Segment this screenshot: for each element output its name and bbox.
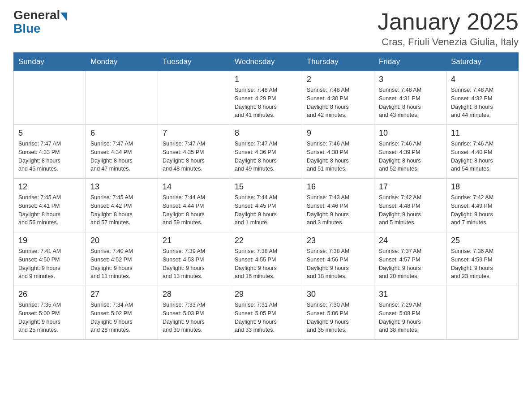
day-number: 26: [18, 290, 81, 299]
day-info: Sunrise: 7:38 AM Sunset: 4:55 PM Dayligh…: [235, 247, 297, 281]
day-info: Sunrise: 7:37 AM Sunset: 4:57 PM Dayligh…: [379, 247, 442, 281]
calendar-cell: 25Sunrise: 7:36 AM Sunset: 4:59 PM Dayli…: [446, 232, 518, 286]
calendar-table: SundayMondayTuesdayWednesdayThursdayFrid…: [13, 52, 519, 340]
calendar-cell: [86, 71, 158, 125]
day-number: 12: [18, 182, 81, 192]
calendar-title: January 2025: [378, 9, 519, 34]
day-info: Sunrise: 7:39 AM Sunset: 4:53 PM Dayligh…: [163, 247, 225, 281]
calendar-cell: 5Sunrise: 7:47 AM Sunset: 4:33 PM Daylig…: [14, 125, 86, 179]
day-info: Sunrise: 7:44 AM Sunset: 4:44 PM Dayligh…: [163, 193, 225, 227]
day-info: Sunrise: 7:30 AM Sunset: 5:06 PM Dayligh…: [307, 301, 369, 334]
day-info: Sunrise: 7:40 AM Sunset: 4:52 PM Dayligh…: [90, 247, 153, 281]
calendar-cell: 31Sunrise: 7:29 AM Sunset: 5:08 PM Dayli…: [374, 286, 446, 340]
calendar-cell: 10Sunrise: 7:46 AM Sunset: 4:39 PM Dayli…: [374, 125, 446, 179]
calendar-cell: 16Sunrise: 7:43 AM Sunset: 4:46 PM Dayli…: [302, 179, 374, 232]
day-number: 4: [451, 75, 514, 84]
header-saturday: Saturday: [446, 53, 518, 71]
day-info: Sunrise: 7:48 AM Sunset: 4:31 PM Dayligh…: [379, 86, 442, 120]
day-number: 5: [18, 128, 81, 138]
day-number: 16: [307, 182, 369, 192]
calendar-cell: 6Sunrise: 7:47 AM Sunset: 4:34 PM Daylig…: [86, 125, 158, 179]
calendar-cell: 13Sunrise: 7:45 AM Sunset: 4:42 PM Dayli…: [86, 179, 158, 232]
calendar-cell: 1Sunrise: 7:48 AM Sunset: 4:29 PM Daylig…: [230, 71, 302, 125]
calendar-cell: [158, 71, 230, 125]
calendar-cell: 15Sunrise: 7:44 AM Sunset: 4:45 PM Dayli…: [230, 179, 302, 232]
calendar-cell: 2Sunrise: 7:48 AM Sunset: 4:30 PM Daylig…: [302, 71, 374, 125]
calendar-cell: 21Sunrise: 7:39 AM Sunset: 4:53 PM Dayli…: [158, 232, 230, 286]
calendar-cell: 19Sunrise: 7:41 AM Sunset: 4:50 PM Dayli…: [14, 232, 86, 286]
logo: General Blue: [13, 9, 67, 35]
day-info: Sunrise: 7:31 AM Sunset: 5:05 PM Dayligh…: [235, 301, 297, 334]
day-info: Sunrise: 7:34 AM Sunset: 5:02 PM Dayligh…: [90, 301, 153, 334]
calendar-cell: 23Sunrise: 7:38 AM Sunset: 4:56 PM Dayli…: [302, 232, 374, 286]
day-number: 1: [235, 75, 297, 84]
day-info: Sunrise: 7:48 AM Sunset: 4:32 PM Dayligh…: [451, 86, 514, 120]
header-sunday: Sunday: [14, 53, 86, 71]
week-row-1: 1Sunrise: 7:48 AM Sunset: 4:29 PM Daylig…: [14, 71, 519, 125]
calendar-cell: [14, 71, 86, 125]
calendar-cell: [446, 286, 518, 340]
calendar-cell: 3Sunrise: 7:48 AM Sunset: 4:31 PM Daylig…: [374, 71, 446, 125]
day-number: 8: [235, 128, 297, 138]
day-number: 11: [451, 128, 514, 138]
day-info: Sunrise: 7:47 AM Sunset: 4:34 PM Dayligh…: [90, 140, 153, 173]
day-info: Sunrise: 7:47 AM Sunset: 4:36 PM Dayligh…: [235, 140, 297, 173]
day-number: 28: [163, 290, 225, 299]
day-number: 19: [18, 236, 81, 245]
day-info: Sunrise: 7:47 AM Sunset: 4:35 PM Dayligh…: [163, 140, 225, 173]
day-info: Sunrise: 7:42 AM Sunset: 4:49 PM Dayligh…: [451, 193, 514, 227]
logo-general-text: General: [13, 9, 60, 21]
calendar-cell: 18Sunrise: 7:42 AM Sunset: 4:49 PM Dayli…: [446, 179, 518, 232]
day-number: 30: [307, 290, 369, 299]
day-number: 27: [90, 290, 153, 299]
day-info: Sunrise: 7:46 AM Sunset: 4:38 PM Dayligh…: [307, 140, 369, 173]
title-area: January 2025 Cras, Friuli Venezia Giulia…: [378, 9, 519, 48]
calendar-cell: 9Sunrise: 7:46 AM Sunset: 4:38 PM Daylig…: [302, 125, 374, 179]
day-info: Sunrise: 7:48 AM Sunset: 4:30 PM Dayligh…: [307, 86, 369, 120]
day-number: 9: [307, 128, 369, 138]
calendar-cell: 17Sunrise: 7:42 AM Sunset: 4:48 PM Dayli…: [374, 179, 446, 232]
calendar-cell: 27Sunrise: 7:34 AM Sunset: 5:02 PM Dayli…: [86, 286, 158, 340]
header-wednesday: Wednesday: [230, 53, 302, 71]
day-number: 24: [379, 236, 442, 245]
week-row-3: 12Sunrise: 7:45 AM Sunset: 4:41 PM Dayli…: [14, 179, 519, 232]
day-number: 29: [235, 290, 297, 299]
day-number: 6: [90, 128, 153, 138]
day-info: Sunrise: 7:45 AM Sunset: 4:41 PM Dayligh…: [18, 193, 81, 227]
logo-arrow-icon: [60, 13, 67, 21]
day-info: Sunrise: 7:29 AM Sunset: 5:08 PM Dayligh…: [379, 301, 442, 334]
day-info: Sunrise: 7:41 AM Sunset: 4:50 PM Dayligh…: [18, 247, 81, 281]
day-number: 22: [235, 236, 297, 245]
day-number: 31: [379, 290, 442, 299]
day-number: 7: [163, 128, 225, 138]
calendar-cell: 30Sunrise: 7:30 AM Sunset: 5:06 PM Dayli…: [302, 286, 374, 340]
day-info: Sunrise: 7:46 AM Sunset: 4:40 PM Dayligh…: [451, 140, 514, 173]
day-info: Sunrise: 7:36 AM Sunset: 4:59 PM Dayligh…: [451, 247, 514, 281]
day-info: Sunrise: 7:46 AM Sunset: 4:39 PM Dayligh…: [379, 140, 442, 173]
day-info: Sunrise: 7:35 AM Sunset: 5:00 PM Dayligh…: [18, 301, 81, 334]
day-info: Sunrise: 7:45 AM Sunset: 4:42 PM Dayligh…: [90, 193, 153, 227]
day-info: Sunrise: 7:38 AM Sunset: 4:56 PM Dayligh…: [307, 247, 369, 281]
calendar-cell: 7Sunrise: 7:47 AM Sunset: 4:35 PM Daylig…: [158, 125, 230, 179]
day-number: 21: [163, 236, 225, 245]
week-row-5: 26Sunrise: 7:35 AM Sunset: 5:00 PM Dayli…: [14, 286, 519, 340]
logo-blue-text: Blue: [13, 22, 67, 35]
calendar-cell: 22Sunrise: 7:38 AM Sunset: 4:55 PM Dayli…: [230, 232, 302, 286]
calendar-cell: 26Sunrise: 7:35 AM Sunset: 5:00 PM Dayli…: [14, 286, 86, 340]
day-number: 3: [379, 75, 442, 84]
day-number: 14: [163, 182, 225, 192]
header-thursday: Thursday: [302, 53, 374, 71]
day-info: Sunrise: 7:33 AM Sunset: 5:03 PM Dayligh…: [163, 301, 225, 334]
day-info: Sunrise: 7:47 AM Sunset: 4:33 PM Dayligh…: [18, 140, 81, 173]
calendar-cell: 29Sunrise: 7:31 AM Sunset: 5:05 PM Dayli…: [230, 286, 302, 340]
day-number: 25: [451, 236, 514, 245]
day-info: Sunrise: 7:44 AM Sunset: 4:45 PM Dayligh…: [235, 193, 297, 227]
day-number: 23: [307, 236, 369, 245]
week-row-2: 5Sunrise: 7:47 AM Sunset: 4:33 PM Daylig…: [14, 125, 519, 179]
header-friday: Friday: [374, 53, 446, 71]
day-info: Sunrise: 7:42 AM Sunset: 4:48 PM Dayligh…: [379, 193, 442, 227]
day-number: 17: [379, 182, 442, 192]
header: General Blue January 2025 Cras, Friuli V…: [13, 9, 519, 48]
calendar-cell: 20Sunrise: 7:40 AM Sunset: 4:52 PM Dayli…: [86, 232, 158, 286]
calendar-cell: 4Sunrise: 7:48 AM Sunset: 4:32 PM Daylig…: [446, 71, 518, 125]
